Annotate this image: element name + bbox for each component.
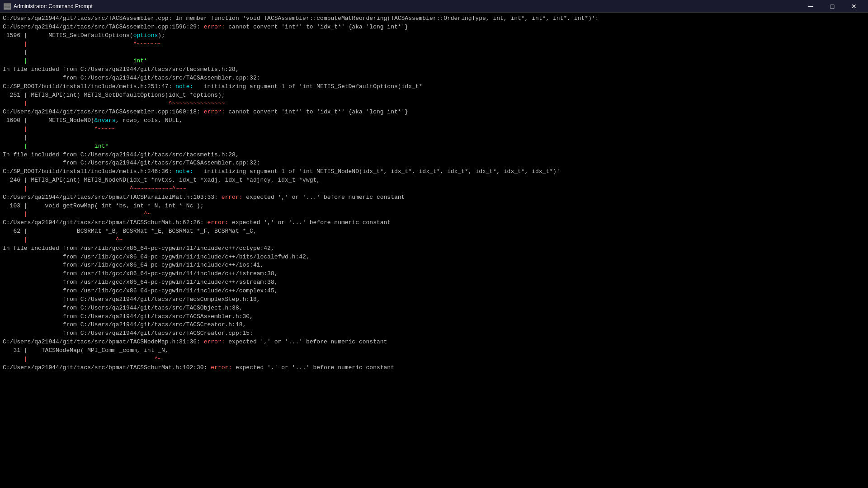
console-line: | ^~ bbox=[3, 210, 865, 219]
console-line: C:/Users/qa21944/git/tacs/src/bpmat/TACS… bbox=[3, 364, 865, 372]
console-line: from C:/Users/qa21944/git/tacs/src/TACSA… bbox=[3, 159, 865, 168]
console-line: from /usr/lib/gcc/x86_64-pc-cygwin/11/in… bbox=[3, 253, 865, 262]
console-line: | ^~~~~~~~~~~~~~~~ bbox=[3, 99, 865, 108]
titlebar: Administrator: Command Prompt ─ □ ✕ bbox=[0, 0, 868, 13]
console-line: 1596 | METIS_SetDefaultOptions(options); bbox=[3, 32, 865, 40]
console-line: C:/Users/qa21944/git/tacs/src/bpmat/TACS… bbox=[3, 338, 865, 347]
console-line: C:/SP_ROOT/build/install/include/metis.h… bbox=[3, 83, 865, 91]
console-line: C:/Users/qa21944/git/tacs/src/TACSAssemb… bbox=[3, 108, 865, 117]
console-line: from C:/Users/qa21944/git/tacs/src/TACSA… bbox=[3, 313, 865, 321]
close-button[interactable]: ✕ bbox=[844, 0, 864, 13]
console-line: | int* bbox=[3, 57, 865, 66]
console-line: | ^~ bbox=[3, 355, 865, 364]
console-line: | int* bbox=[3, 142, 865, 151]
console-line: 246 | METIS_API(int) METIS_NodeND(idx_t … bbox=[3, 176, 865, 185]
console-line: from C:/Users/qa21944/git/tacs/src/TACSC… bbox=[3, 321, 865, 329]
console-line: | ^~~~~~~~~~~~^~~~ bbox=[3, 185, 865, 193]
console-line: C:/Users/qa21944/git/tacs/src/TACSAssemb… bbox=[3, 14, 865, 23]
console-line: In file included from /usr/lib/gcc/x86_6… bbox=[3, 244, 865, 253]
console-line: C:/Users/qa21944/git/tacs/src/bpmat/TACS… bbox=[3, 193, 865, 202]
minimize-button[interactable]: ─ bbox=[800, 0, 821, 13]
console-line: from C:/Users/qa21944/git/tacs/src/TACSA… bbox=[3, 74, 865, 83]
console-line: C:/Users/qa21944/git/tacs/src/bpmat/TACS… bbox=[3, 219, 865, 227]
window: Administrator: Command Prompt ─ □ ✕ C:/U… bbox=[0, 0, 868, 488]
console-line: | ^~~~~~ bbox=[3, 125, 865, 134]
console-line: from /usr/lib/gcc/x86_64-pc-cygwin/11/in… bbox=[3, 287, 865, 296]
console-line: from C:/Users/qa21944/git/tacs/src/TACSO… bbox=[3, 304, 865, 313]
console-line: 62 | BCSRMat *_B, BCSRMat *_E, BCSRMat *… bbox=[3, 227, 865, 236]
maximize-button[interactable]: □ bbox=[822, 0, 843, 13]
console-line: from /usr/lib/gcc/x86_64-pc-cygwin/11/in… bbox=[3, 270, 865, 278]
window-controls: ─ □ ✕ bbox=[800, 0, 864, 13]
console-line: | ^~~~~~~~ bbox=[3, 40, 865, 49]
console-line: from /usr/lib/gcc/x86_64-pc-cygwin/11/in… bbox=[3, 261, 865, 270]
console-output: C:/Users/qa21944/git/tacs/src/TACSAssemb… bbox=[0, 13, 868, 488]
console-line: from C:/Users/qa21944/git/tacs/src/TACSC… bbox=[3, 329, 865, 338]
window-icon bbox=[4, 3, 11, 10]
svg-rect-0 bbox=[4, 4, 10, 9]
console-line: | bbox=[3, 134, 865, 142]
console-line: C:/SP_ROOT/build/install/include/metis.h… bbox=[3, 168, 865, 176]
console-line: In file included from C:/Users/qa21944/g… bbox=[3, 151, 865, 160]
window-title: Administrator: Command Prompt bbox=[14, 3, 800, 9]
console-line: | ^~ bbox=[3, 236, 865, 244]
console-line: C:/Users/qa21944/git/tacs/src/TACSAssemb… bbox=[3, 23, 865, 32]
console-line: 251 | METIS_API(int) METIS_SetDefaultOpt… bbox=[3, 91, 865, 100]
console-line: 31 | TACSNodeMap( MPI_Comm _comm, int _N… bbox=[3, 347, 865, 355]
console-line: from /usr/lib/gcc/x86_64-pc-cygwin/11/in… bbox=[3, 278, 865, 287]
console-line: In file included from C:/Users/qa21944/g… bbox=[3, 66, 865, 74]
console-line: 1600 | METIS_NodeND(&nvars, rowp, cols, … bbox=[3, 117, 865, 125]
console-line: | bbox=[3, 48, 865, 57]
console-line: 103 | void getRowMap( int *bs, int *_N, … bbox=[3, 202, 865, 211]
console-line: from C:/Users/qa21944/git/tacs/src/TacsC… bbox=[3, 296, 865, 304]
